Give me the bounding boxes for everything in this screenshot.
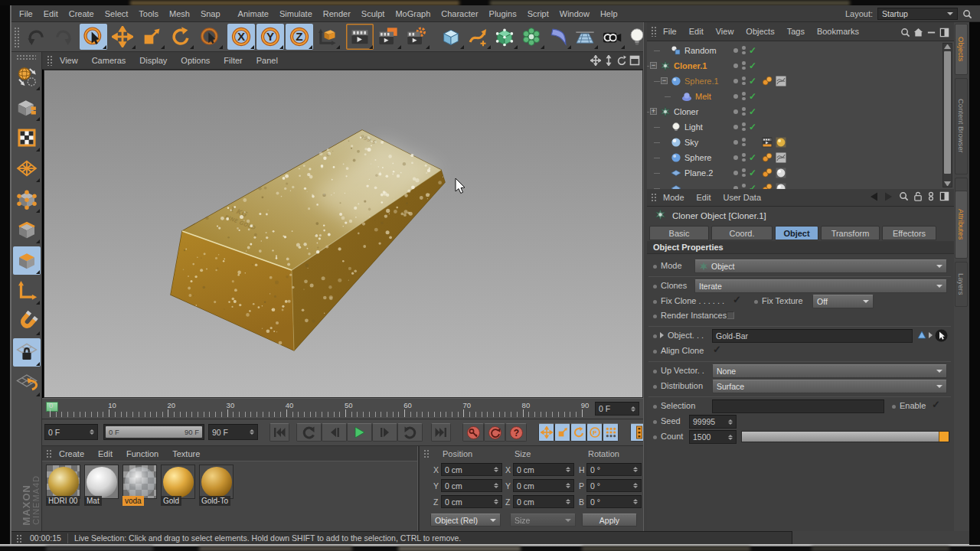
am-lock-icon[interactable] xyxy=(913,191,923,204)
menu-window[interactable]: Window xyxy=(554,6,595,21)
phong-tag-icon[interactable] xyxy=(762,76,773,86)
material-menu-function[interactable]: Function xyxy=(119,448,165,460)
am-grip[interactable] xyxy=(651,193,657,203)
om-menu-objects[interactable]: Objects xyxy=(740,24,780,38)
om-search-icon[interactable] xyxy=(900,27,910,37)
menu-help[interactable]: Help xyxy=(595,6,623,21)
visibility-dot[interactable] xyxy=(733,109,738,114)
object-picker-icon[interactable] xyxy=(935,329,948,342)
redo-button[interactable] xyxy=(51,24,78,50)
render-settings-button[interactable] xyxy=(403,24,430,50)
scroll-thumb[interactable] xyxy=(944,51,951,174)
material-thumb-hdri-00[interactable] xyxy=(46,465,80,499)
am-menu-edit[interactable]: Edit xyxy=(691,191,717,204)
om-scrollbar[interactable] xyxy=(942,43,952,187)
move-button[interactable] xyxy=(109,24,136,50)
om-menu-edit[interactable]: Edit xyxy=(683,24,710,38)
menu-mesh[interactable]: Mesh xyxy=(164,6,195,21)
menu-render[interactable]: Render xyxy=(318,6,356,21)
material-menu-create[interactable]: Create xyxy=(52,448,91,460)
object-label[interactable]: Cloner xyxy=(674,107,698,116)
visibility-dot[interactable] xyxy=(733,140,738,145)
spline-pen-button[interactable] xyxy=(464,24,492,50)
play-backwards-button[interactable] xyxy=(296,423,322,442)
object-label[interactable]: Sky xyxy=(684,138,698,147)
om-panel-icon[interactable] xyxy=(939,27,949,37)
camera-button[interactable] xyxy=(598,24,626,50)
count-slider[interactable] xyxy=(741,431,949,442)
render-instances-checkbox[interactable] xyxy=(727,311,734,319)
compositing-tag-icon[interactable] xyxy=(762,137,773,148)
menu-character[interactable]: Character xyxy=(436,6,483,21)
object-link-field[interactable]: Gold-Bar xyxy=(712,329,913,343)
enabled-check-icon[interactable]: ✓ xyxy=(749,62,756,70)
maximize-icon[interactable] xyxy=(629,55,640,66)
menu-plugins[interactable]: Plugins xyxy=(484,6,522,21)
play-direction-button[interactable] xyxy=(397,423,423,442)
menu-snap[interactable]: Snap xyxy=(195,6,226,21)
coords-field-size-z[interactable]: 0 cm xyxy=(513,495,574,508)
lock-y-button[interactable]: Y xyxy=(256,24,284,50)
visibility-toggles[interactable] xyxy=(742,138,746,146)
object-label[interactable]: Sphere xyxy=(684,153,711,162)
coords-size-select[interactable]: Size xyxy=(510,514,576,527)
visibility-dot[interactable] xyxy=(733,48,738,53)
menu-script[interactable]: Script xyxy=(522,6,554,21)
attribute-tab-coord[interactable]: Coord. xyxy=(711,226,773,240)
keyframe-help-button[interactable]: ? xyxy=(505,423,527,442)
am-back-icon[interactable] xyxy=(868,191,879,204)
play-button[interactable] xyxy=(347,423,372,442)
material-thumb-gold[interactable] xyxy=(161,465,195,499)
visibility-toggles[interactable] xyxy=(742,46,746,54)
snap-tool-button[interactable] xyxy=(13,308,41,336)
record-position-button[interactable] xyxy=(462,423,484,442)
am-menu-mode[interactable]: Mode xyxy=(657,191,691,204)
side-tab-layers[interactable]: Layers xyxy=(955,262,968,307)
apply-button[interactable]: Apply xyxy=(582,514,637,527)
viewport-menu-view[interactable]: View xyxy=(53,54,85,67)
material-thumb-mat[interactable] xyxy=(84,465,119,499)
viewport-menu-grip[interactable] xyxy=(47,55,53,66)
lock-z-button[interactable]: Z xyxy=(286,24,313,50)
previous-frame-button[interactable] xyxy=(322,423,347,442)
object-label[interactable]: Plane.2 xyxy=(684,168,713,178)
workplane-lock-button[interactable] xyxy=(13,338,41,367)
menu-create[interactable]: Create xyxy=(64,6,100,21)
phong-tag-icon[interactable] xyxy=(762,183,773,189)
visibility-toggles[interactable] xyxy=(742,107,746,116)
enabled-check-icon[interactable]: ✓ xyxy=(749,123,756,131)
goto-end-button[interactable] xyxy=(431,423,451,442)
zoom-icon[interactable] xyxy=(603,55,614,66)
enabled-check-icon[interactable]: ✓ xyxy=(749,108,756,116)
om-menu-bookmarks[interactable]: Bookmarks xyxy=(811,24,865,38)
coords-field-size-y[interactable]: 0 cm xyxy=(513,479,574,492)
viewport[interactable]: 1 KGFINE GOLD999.9 xyxy=(44,70,643,398)
object-menu-arrow[interactable] xyxy=(929,332,933,338)
workplane-mode-button[interactable] xyxy=(13,155,41,183)
pan-icon[interactable] xyxy=(590,55,601,66)
object-up-icon[interactable] xyxy=(916,330,927,341)
menu-file[interactable]: File xyxy=(14,6,38,21)
render-picture-button[interactable] xyxy=(374,24,402,50)
menu-sculpt[interactable]: Sculpt xyxy=(356,6,390,21)
polygons-mode-button[interactable] xyxy=(13,246,41,275)
menu-tools[interactable]: Tools xyxy=(133,6,164,21)
menu-select[interactable]: Select xyxy=(100,6,134,21)
om-menu-tags[interactable]: Tags xyxy=(781,24,811,38)
points-mode-button[interactable] xyxy=(13,185,41,214)
next-frame-button[interactable] xyxy=(372,423,397,442)
key-rotation-button[interactable] xyxy=(570,423,586,442)
expand-toggle[interactable]: + xyxy=(650,108,657,115)
material-menu-grip[interactable] xyxy=(46,449,52,458)
enable-checkbox[interactable]: ✓ xyxy=(932,401,940,409)
am-panel-icon[interactable] xyxy=(939,191,949,204)
am-forward-icon[interactable] xyxy=(884,191,894,204)
autokey-button[interactable] xyxy=(484,423,505,442)
visibility-dot[interactable] xyxy=(733,125,738,129)
menu-edit[interactable]: Edit xyxy=(38,6,64,21)
object-label[interactable]: Sphere.1 xyxy=(684,77,719,86)
object-row-sky[interactable]: Sky xyxy=(647,135,954,150)
coords-field-rotation-h[interactable]: 0 ° xyxy=(586,463,642,476)
status-grip[interactable] xyxy=(16,534,22,543)
material-label[interactable]: Mat xyxy=(84,496,102,506)
